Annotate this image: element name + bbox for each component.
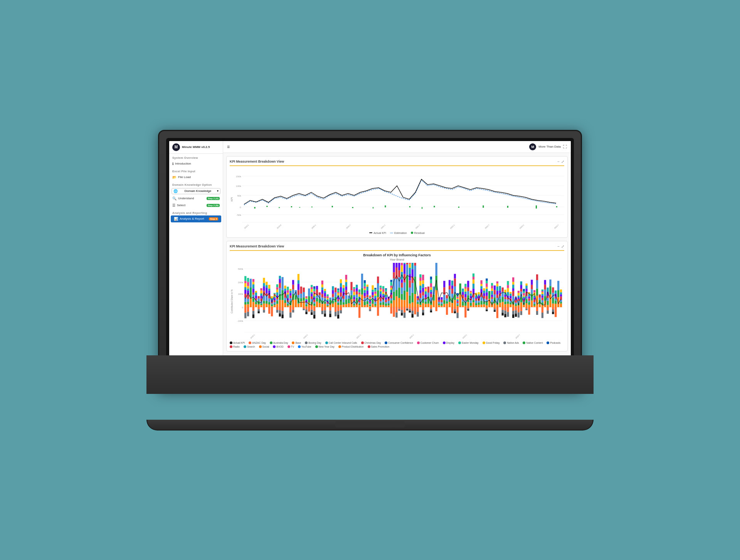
svg-rect-659 xyxy=(451,293,453,297)
svg-rect-234 xyxy=(305,299,307,300)
sidebar-item-fileload[interactable]: 📂 File Load xyxy=(169,174,223,181)
svg-rect-724 xyxy=(473,279,474,284)
legend-color xyxy=(273,345,276,348)
svg-rect-660 xyxy=(451,288,453,293)
legend-grid-item: Consumer Confidence xyxy=(385,341,413,344)
sidebar-item-select[interactable]: ☰ Select Step 2 (N) xyxy=(169,202,223,209)
svg-rect-382 xyxy=(356,288,358,291)
svg-rect-291 xyxy=(324,296,326,298)
svg-rect-807 xyxy=(502,307,504,310)
svg-rect-620 xyxy=(430,276,432,279)
minimize-icon[interactable]: − xyxy=(557,160,560,164)
fullscreen-icon[interactable]: ⛶ xyxy=(563,145,567,149)
svg-rect-20 xyxy=(434,206,435,207)
svg-rect-515 xyxy=(401,299,403,307)
svg-rect-80 xyxy=(252,292,254,294)
svg-rect-212 xyxy=(298,303,299,307)
svg-rect-178 xyxy=(284,300,286,303)
svg-rect-368 xyxy=(350,282,352,290)
svg-rect-160 xyxy=(276,307,278,310)
svg-rect-533 xyxy=(404,263,405,264)
svg-rect-507 xyxy=(398,288,400,298)
svg-rect-872 xyxy=(520,281,522,285)
svg-rect-762 xyxy=(486,287,488,289)
svg-rect-218 xyxy=(298,274,299,280)
svg-rect-513 xyxy=(398,307,400,309)
svg-rect-957 xyxy=(552,309,554,312)
svg-rect-656 xyxy=(449,280,451,286)
svg-rect-128 xyxy=(268,298,270,302)
svg-rect-267 xyxy=(313,311,315,314)
svg-rect-949 xyxy=(549,294,551,307)
svg-rect-641 xyxy=(441,297,442,299)
svg-rect-156 xyxy=(276,292,278,295)
svg-rect-950 xyxy=(549,286,551,294)
svg-rect-599 xyxy=(425,304,427,307)
svg-rect-768 xyxy=(486,309,488,311)
svg-rect-432 xyxy=(374,306,376,307)
svg-rect-916 xyxy=(536,288,538,296)
svg-rect-555 xyxy=(409,309,411,311)
svg-rect-937 xyxy=(544,296,546,301)
svg-rect-572 xyxy=(417,304,419,307)
svg-rect-88 xyxy=(255,304,257,307)
laptop-touchpad xyxy=(335,421,405,427)
svg-rect-69 xyxy=(247,286,249,288)
svg-rect-809 xyxy=(502,313,504,315)
minimize-icon2[interactable]: − xyxy=(557,244,560,249)
legend-grid-item: Native Ads xyxy=(503,341,519,344)
svg-rect-29 xyxy=(422,207,423,209)
svg-rect-545 xyxy=(409,295,411,303)
brand-name: More Than Data xyxy=(538,145,561,148)
domain-knowledge-dropdown[interactable]: 🌐 Domain Knowledge ▾ xyxy=(172,188,220,194)
svg-rect-820 xyxy=(507,304,509,307)
svg-rect-295 xyxy=(324,307,326,310)
legend-color xyxy=(417,341,420,344)
svg-rect-115 xyxy=(263,283,265,286)
sidebar-item-understand[interactable]: 🔍 Understand Step 2 (A) xyxy=(169,195,223,202)
analysis-badge: Step 3 xyxy=(209,217,218,220)
expand-icon[interactable]: ⤢ xyxy=(561,160,564,164)
svg-rect-634 xyxy=(438,301,440,303)
svg-rect-611 xyxy=(430,304,432,307)
svg-text:2023-1: 2023-1 xyxy=(519,224,525,229)
legend-color xyxy=(547,341,549,344)
legend-grid-item: Search xyxy=(244,345,255,348)
svg-rect-16 xyxy=(332,206,333,207)
svg-rect-828 xyxy=(507,281,509,285)
svg-rect-422 xyxy=(369,295,371,296)
svg-rect-166 xyxy=(279,279,281,283)
svg-rect-367 xyxy=(350,290,352,295)
svg-rect-931 xyxy=(542,292,543,294)
svg-rect-398 xyxy=(364,301,366,305)
svg-rect-646 xyxy=(443,281,445,287)
svg-rect-669 xyxy=(454,307,456,309)
svg-rect-332 xyxy=(337,292,339,293)
svg-rect-431 xyxy=(372,285,373,289)
svg-rect-943 xyxy=(547,298,548,301)
svg-text:150k: 150k xyxy=(236,175,242,178)
legend-item-label: Boxing Day xyxy=(308,341,321,344)
svg-rect-289 xyxy=(324,301,326,304)
legend-grid-item: New Year Day xyxy=(315,345,335,348)
svg-rect-522 xyxy=(401,263,403,266)
fileload-label: File Load xyxy=(178,175,191,179)
legend-item-label: Podcasts xyxy=(550,341,560,344)
svg-rect-112 xyxy=(263,296,265,301)
expand-icon2[interactable]: ⤢ xyxy=(561,244,564,249)
svg-rect-204 xyxy=(292,289,294,294)
svg-rect-418 xyxy=(369,301,371,302)
svg-rect-170 xyxy=(279,313,281,316)
svg-rect-171 xyxy=(281,300,283,307)
sidebar-item-analysis[interactable]: 📊 Analysis & Report Step 3 xyxy=(171,215,221,222)
svg-rect-776 xyxy=(491,291,493,294)
svg-rect-970 xyxy=(560,302,562,303)
svg-rect-638 xyxy=(441,304,442,306)
svg-rect-942 xyxy=(547,301,548,305)
svg-rect-264 xyxy=(313,289,315,291)
hamburger-icon[interactable]: ≡ xyxy=(227,144,230,150)
sidebar-item-introduction[interactable]: ℹ Introduction xyxy=(169,160,223,167)
svg-text:2021-7: 2021-7 xyxy=(415,224,420,229)
svg-rect-554 xyxy=(409,307,411,309)
svg-rect-198 xyxy=(289,291,291,293)
